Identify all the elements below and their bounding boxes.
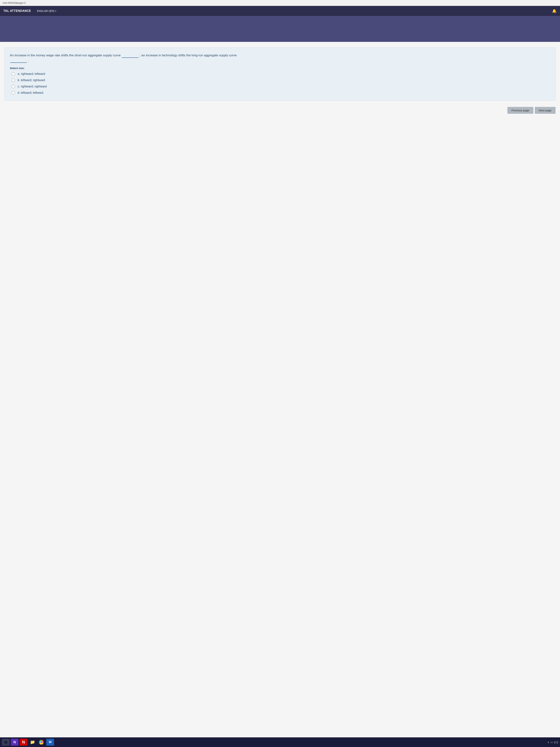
radio-d[interactable] (12, 91, 15, 95)
netflix-icon: N (22, 740, 25, 745)
options-list: a. rightward; leftward b. leftward; righ… (10, 72, 550, 95)
blank-line-2 (10, 62, 27, 63)
option-a-label: a. rightward; leftward (18, 72, 45, 76)
option-a[interactable]: a. rightward; leftward (12, 72, 550, 76)
option-c-label: c. rightward; rightward (18, 85, 47, 88)
start-button[interactable]: ⊞ (2, 739, 10, 746)
taskbar-right-area: ∧ ▭ ((·)) (548, 741, 558, 744)
question-text-part2: ; an increase in technology shifts the l… (140, 54, 237, 57)
radio-c[interactable] (12, 85, 15, 88)
taskbar: ⊞ N N 📁 W ∧ ▭ ((·)) (0, 737, 560, 747)
netflix-taskbar-item[interactable]: N (20, 739, 27, 746)
language-selector[interactable]: ENGLISH (EN) ▾ (37, 9, 56, 12)
start-icon: ⊞ (4, 740, 7, 744)
word-icon: W (49, 741, 52, 744)
header-banner (0, 16, 560, 42)
option-d[interactable]: d. leftward; leftward (12, 91, 550, 95)
question-text: An increase in the money wage rate shift… (10, 53, 550, 63)
bell-icon[interactable]: 🔔 (552, 9, 557, 13)
option-c[interactable]: c. rightward; rightward (12, 85, 550, 88)
folder-icon: 📁 (30, 740, 35, 745)
notepad-taskbar-item[interactable]: N (11, 739, 19, 746)
chrome-taskbar-item[interactable] (37, 739, 45, 746)
option-b[interactable]: b. leftward; rightward (12, 79, 550, 82)
language-label: ENGLISH (EN) (37, 9, 54, 12)
word-taskbar-item[interactable]: W (46, 739, 54, 746)
url-text: mid=405918&page=3 (3, 1, 26, 4)
radio-b[interactable] (12, 79, 15, 82)
site-title: TAL ATTENDANCE (3, 9, 31, 12)
question-text-part3: . (28, 58, 29, 62)
chrome-icon (39, 740, 44, 745)
radio-a[interactable] (12, 72, 15, 76)
option-b-label: b. leftward; rightward (18, 79, 45, 82)
folder-taskbar-item[interactable]: 📁 (28, 739, 36, 746)
blank-line-1 (122, 57, 138, 58)
question-card: An increase in the money wage rate shift… (4, 47, 556, 101)
address-bar: mid=405918&page=3 (0, 0, 560, 6)
next-page-button[interactable]: Next page (535, 107, 556, 114)
caret-up-icon: ∧ (548, 741, 549, 744)
question-text-part1: An increase in the money wage rate shift… (10, 54, 121, 57)
top-navbar: TAL ATTENDANCE ENGLISH (EN) ▾ 🔔 (0, 6, 560, 16)
main-content: An increase in the money wage rate shift… (0, 42, 560, 737)
wifi-icon: ((·)) (554, 741, 558, 744)
previous-page-button[interactable]: Previous page (507, 107, 533, 114)
chevron-down-icon: ▾ (55, 10, 56, 12)
battery-icon: ▭ (550, 741, 553, 744)
notepad-icon: N (14, 740, 16, 744)
system-tray-icons: ∧ ▭ ((·)) (548, 741, 558, 744)
navigation-buttons: Previous page Next page (4, 105, 556, 114)
select-one-label: Select one: (10, 67, 550, 70)
option-d-label: d. leftward; leftward (18, 91, 43, 95)
